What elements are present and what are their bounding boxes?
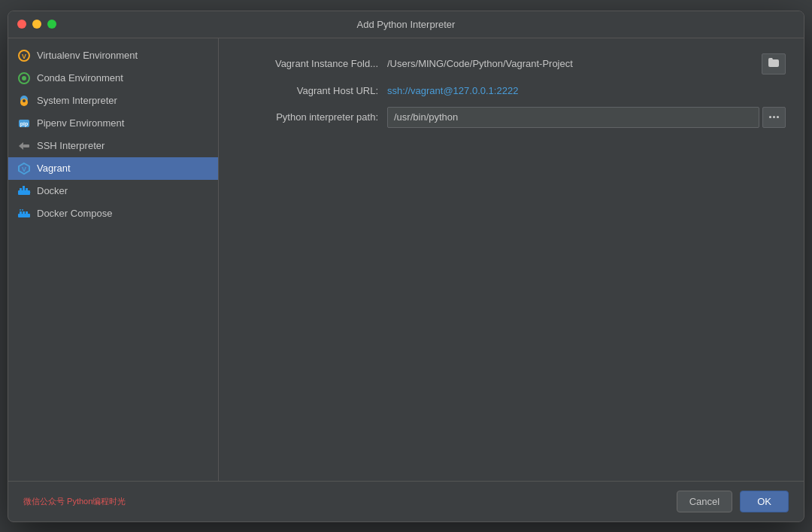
sidebar-item-pipenv[interactable]: pip Pipenv Environment [8, 112, 218, 135]
vagrant-url-label: Vagrant Host URL: [237, 85, 387, 96]
svg-text:V: V [22, 53, 26, 60]
ssh-icon [17, 139, 31, 153]
svg-rect-21 [26, 211, 28, 214]
dots-icon [769, 116, 779, 118]
sidebar-item-docker-compose[interactable]: Docker Compose [8, 202, 218, 225]
vagrant-folder-label: Vagrant Instance Fold... [237, 58, 387, 69]
folder-icon [768, 58, 779, 69]
add-python-interpreter-dialog: Add Python Interpreter V Virtualenv Envi… [8, 11, 804, 522]
svg-point-6 [23, 99, 26, 102]
python-path-input[interactable] [387, 107, 759, 128]
python-path-browse-button[interactable] [762, 107, 786, 128]
ok-button[interactable]: OK [740, 491, 789, 512]
pipenv-icon: pip [17, 117, 31, 130]
svg-rect-22 [20, 209, 21, 211]
svg-rect-18 [18, 214, 30, 217]
docker-compose-icon [17, 207, 31, 220]
sidebar-item-label: Docker Compose [37, 208, 112, 219]
vagrant-folder-browse-button[interactable] [762, 53, 786, 74]
dialog-footer: 微信公众号 Python编程时光 Cancel OK [8, 481, 804, 521]
svg-rect-15 [23, 188, 25, 190]
sidebar-item-label: SSH Interpreter [37, 140, 105, 151]
sidebar-item-label: System Interpreter [37, 95, 117, 106]
vagrant-url-link[interactable]: ssh://vagrant@127.0.0.1:2222 [387, 85, 518, 96]
sidebar-item-conda[interactable]: Conda Environment [8, 67, 218, 90]
dialog-content: V Virtualenv Environment Conda Environme… [8, 38, 804, 481]
sidebar-item-virtualenv[interactable]: V Virtualenv Environment [8, 44, 218, 67]
system-icon [17, 94, 31, 108]
main-panel: Vagrant Instance Fold... /Users/MING/Cod… [219, 38, 804, 481]
close-button[interactable] [17, 20, 26, 29]
svg-rect-19 [20, 211, 22, 214]
minimize-button[interactable] [32, 20, 41, 29]
window-controls [17, 20, 56, 29]
sidebar-item-label: Virtualenv Environment [37, 50, 138, 61]
sidebar-item-system[interactable]: System Interpreter [8, 90, 218, 112]
python-path-input-wrapper [387, 107, 786, 128]
svg-rect-16 [26, 188, 28, 190]
cancel-button[interactable]: Cancel [677, 491, 732, 512]
python-path-row: Python interpreter path: [237, 107, 786, 128]
svg-text:pip: pip [20, 121, 29, 127]
python-path-label: Python interpreter path: [237, 111, 387, 123]
footer-buttons: Cancel OK [677, 491, 789, 512]
vagrant-folder-input-wrapper: /Users/MING/Code/Python/Vagrant-Project [387, 53, 786, 74]
sidebar-item-vagrant[interactable]: V Vagrant [8, 157, 218, 180]
watermark-text: 微信公众号 Python编程时光 [23, 496, 126, 507]
svg-marker-9 [19, 142, 23, 150]
sidebar: V Virtualenv Environment Conda Environme… [8, 38, 219, 481]
sidebar-item-docker[interactable]: Docker [8, 180, 218, 202]
svg-text:V: V [22, 166, 26, 173]
vagrant-folder-value: /Users/MING/Code/Python/Vagrant-Project [387, 58, 759, 69]
vagrant-icon: V [17, 162, 31, 175]
docker-icon [17, 184, 31, 198]
virtualenv-icon: V [17, 49, 31, 62]
dialog-title: Add Python Interpreter [357, 19, 456, 30]
vagrant-folder-row: Vagrant Instance Fold... /Users/MING/Cod… [237, 53, 786, 74]
svg-rect-13 [18, 190, 30, 195]
conda-icon [17, 71, 31, 85]
maximize-button[interactable] [47, 20, 56, 29]
svg-rect-20 [23, 211, 25, 214]
svg-rect-17 [23, 186, 25, 188]
svg-point-3 [22, 76, 26, 81]
svg-rect-14 [20, 188, 22, 190]
sidebar-item-label: Docker [37, 185, 68, 196]
sidebar-item-label: Pipenv Environment [37, 117, 124, 129]
svg-rect-23 [22, 209, 23, 211]
sidebar-item-label: Vagrant [37, 163, 71, 174]
sidebar-item-label: Conda Environment [37, 72, 123, 84]
sidebar-item-ssh[interactable]: SSH Interpreter [8, 135, 218, 157]
vagrant-url-row: Vagrant Host URL: ssh://vagrant@127.0.0.… [237, 85, 786, 96]
svg-rect-10 [23, 144, 29, 147]
title-bar: Add Python Interpreter [8, 11, 804, 38]
